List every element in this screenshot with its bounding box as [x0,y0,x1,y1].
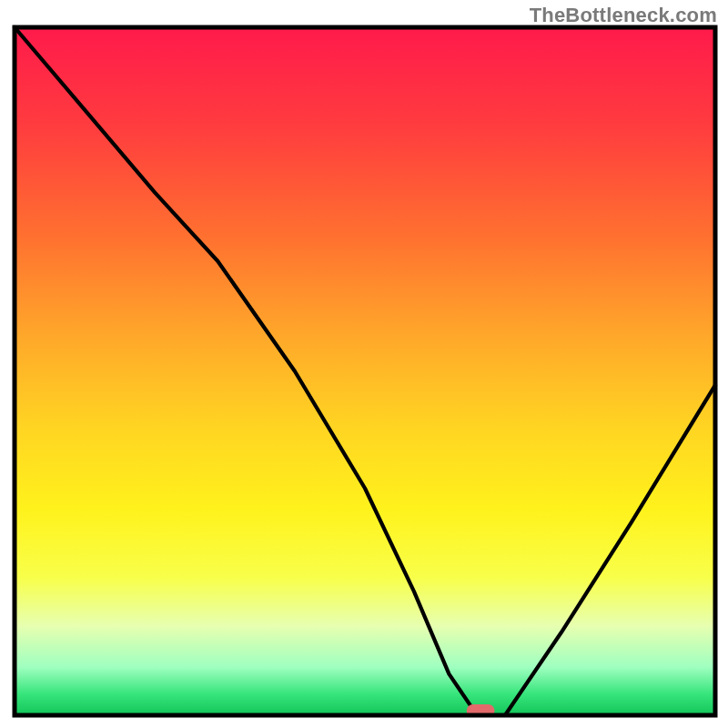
gradient-background [15,27,715,715]
bottleneck-chart [0,0,728,728]
chart-stage: TheBottleneck.com [0,0,728,728]
